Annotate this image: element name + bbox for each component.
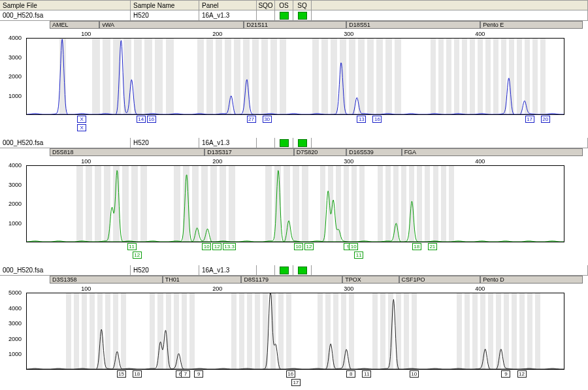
allele-call[interactable]: 20: [541, 116, 550, 123]
x-tick: 400: [475, 158, 485, 165]
allele-call[interactable]: 10: [294, 243, 303, 250]
allele-call[interactable]: 17: [291, 379, 301, 386]
col-os[interactable]: OS: [275, 1, 293, 10]
sample-row[interactable]: 000_H520.fsaH52016A_v1.3: [0, 138, 588, 148]
cell-sqo: [257, 10, 275, 20]
cell-sqo: [257, 265, 275, 275]
y-tick: 1000: [8, 220, 22, 227]
allele-call[interactable]: 9: [194, 370, 203, 378]
sample-row[interactable]: 000_H520.fsaH52016A_v1.3: [0, 265, 588, 276]
status-ok-icon: [298, 139, 307, 147]
trace-line: [27, 39, 564, 114]
allele-call[interactable]: 10: [349, 243, 358, 250]
x-tick: 200: [212, 158, 222, 165]
allele-call[interactable]: 11: [127, 243, 137, 250]
y-axis: 10002000300040005000: [3, 293, 24, 370]
col-sample-file[interactable]: Sample File: [0, 1, 131, 10]
allele-call[interactable]: 12: [304, 243, 314, 250]
status-ok-icon: [280, 139, 289, 147]
y-tick: 2000: [8, 201, 22, 207]
allele-call-row: 1518679161781110912: [47, 370, 585, 389]
y-tick: 3000: [8, 182, 22, 188]
allele-call[interactable]: 7: [181, 370, 190, 378]
y-tick: 4000: [8, 35, 22, 41]
allele-call[interactable]: 21: [428, 243, 437, 250]
marker-label[interactable]: Pento E: [480, 21, 583, 29]
allele-call[interactable]: 18: [133, 370, 142, 378]
allele-call[interactable]: X: [77, 116, 86, 123]
allele-call[interactable]: 12: [212, 243, 221, 250]
marker-row: D5S818D13S317D7S820D16S539FGA: [47, 148, 585, 157]
marker-label[interactable]: TPOX: [342, 276, 399, 284]
marker-label[interactable]: D18S51: [346, 21, 480, 29]
cell-sample-name: H520: [131, 138, 199, 148]
marker-label[interactable]: D21S11: [244, 21, 346, 29]
allele-call[interactable]: 30: [263, 116, 272, 123]
x-tick: 300: [344, 158, 353, 165]
col-sqo[interactable]: SQO: [257, 1, 275, 10]
allele-call[interactable]: 9: [501, 370, 510, 378]
cell-sqo: [257, 138, 275, 148]
allele-call[interactable]: 27: [247, 116, 256, 123]
allele-call[interactable]: 8: [346, 370, 355, 378]
allele-call[interactable]: 18: [412, 243, 421, 250]
y-tick: 4000: [8, 305, 22, 312]
allele-call[interactable]: 11: [362, 370, 371, 378]
cell-panel: 16A_v1.3: [199, 138, 257, 148]
allele-call[interactable]: 17: [525, 116, 534, 123]
marker-label[interactable]: D16S539: [346, 148, 401, 156]
plot-holder: 10002000300040005000: [3, 293, 585, 370]
x-tick: 100: [81, 31, 91, 37]
x-axis: 100200300400: [47, 158, 585, 165]
marker-label[interactable]: D8S1179: [241, 276, 342, 284]
cell-os-status: [275, 138, 293, 148]
allele-call[interactable]: 14: [137, 116, 146, 123]
electropherogram-panel: D5S818D13S317D7S820D16S539FGA10020030040…: [0, 148, 588, 265]
allele-call[interactable]: 16: [372, 116, 382, 123]
marker-label[interactable]: D13S317: [204, 148, 294, 156]
allele-call[interactable]: 11: [354, 252, 363, 259]
plot-holder: 1000200030004000: [3, 165, 585, 242]
col-sample-name[interactable]: Sample Name: [131, 1, 199, 10]
marker-label[interactable]: D3S1358: [50, 276, 163, 284]
y-tick: 2000: [8, 73, 22, 80]
status-ok-icon: [298, 267, 307, 274]
allele-call[interactable]: 12: [133, 252, 142, 259]
plot-area[interactable]: [26, 165, 564, 242]
x-tick: 400: [475, 31, 485, 37]
col-filler: [312, 1, 588, 10]
allele-call[interactable]: 15: [117, 370, 126, 378]
allele-call[interactable]: 16: [286, 370, 295, 378]
marker-label[interactable]: AMEL: [50, 21, 99, 29]
y-axis: 1000200030004000: [3, 38, 24, 115]
marker-label[interactable]: CSF1PO: [399, 276, 481, 284]
cell-os-status: [275, 265, 293, 275]
col-sq[interactable]: SQ: [293, 1, 312, 10]
y-axis: 1000200030004000: [3, 165, 24, 242]
trace-line: [27, 166, 564, 242]
allele-call[interactable]: 12: [517, 370, 527, 378]
plot-area[interactable]: [26, 293, 564, 370]
allele-call[interactable]: X: [77, 124, 86, 131]
allele-call[interactable]: 10: [410, 370, 419, 378]
sample-row[interactable]: 000_H520.fsaH52016A_v1.3: [0, 10, 588, 21]
allele-call[interactable]: 13.3: [223, 243, 236, 250]
y-tick: 5000: [8, 289, 22, 296]
marker-label[interactable]: vWA: [99, 21, 244, 29]
marker-row: AMELvWAD21S11D18S51Pento E: [47, 21, 585, 30]
col-panel[interactable]: Panel: [199, 1, 257, 10]
marker-label[interactable]: Pento D: [480, 276, 583, 284]
x-tick: 200: [212, 31, 222, 37]
marker-label[interactable]: D5S818: [50, 148, 204, 156]
allele-call[interactable]: 13: [357, 116, 366, 123]
plot-area[interactable]: [26, 38, 564, 115]
electropherogram-panel: AMELvWAD21S11D18S51Pento E10020030040010…: [0, 21, 588, 138]
allele-call[interactable]: 10: [202, 243, 211, 250]
panels-container: 000_H520.fsaH52016A_v1.3AMELvWAD21S11D18…: [0, 10, 588, 390]
marker-label[interactable]: TH01: [163, 276, 242, 284]
marker-label[interactable]: D7S820: [294, 148, 346, 156]
allele-call[interactable]: 16: [147, 116, 156, 123]
y-tick: 2000: [8, 336, 22, 342]
cell-sample-file: 000_H520.fsa: [0, 138, 131, 148]
marker-label[interactable]: FGA: [402, 148, 583, 156]
